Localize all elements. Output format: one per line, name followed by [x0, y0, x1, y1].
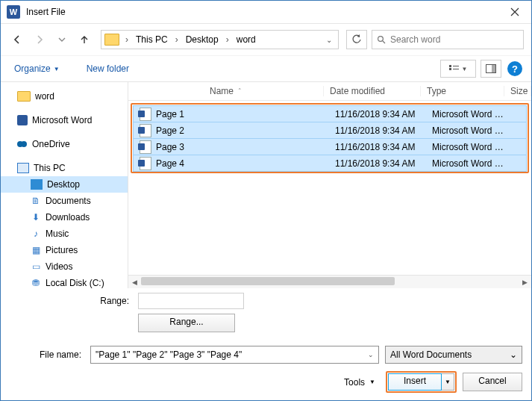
file-row[interactable]: Page 3 11/16/2018 9:34 AM Microsoft Word… — [133, 138, 527, 155]
back-button[interactable] — [8, 31, 26, 49]
file-list-pane: Name˄ Date modified Type Size Page 1 11/… — [128, 82, 531, 288]
file-row[interactable]: Page 1 11/16/2018 9:34 AM Microsoft Word… — [133, 105, 527, 122]
insert-file-dialog: W Insert File › This PC › Desktop › word… — [0, 0, 532, 401]
pc-icon — [17, 163, 29, 173]
chevron-right-icon: › — [172, 34, 181, 45]
svg-rect-3 — [453, 66, 459, 66]
chevron-down-icon: ⌄ — [510, 349, 517, 360]
svg-rect-6 — [492, 65, 495, 72]
svg-rect-1 — [449, 65, 451, 67]
col-type[interactable]: Type — [421, 86, 504, 96]
horizontal-scrollbar[interactable]: ◀ ▶ — [128, 275, 531, 288]
cancel-button[interactable]: Cancel — [463, 373, 522, 391]
sort-asc-icon: ˄ — [238, 87, 242, 95]
chevron-down-icon: ▼ — [369, 379, 375, 385]
address-bar[interactable]: › This PC › Desktop › word ⌄ — [101, 30, 339, 49]
tree-onedrive[interactable]: OneDrive — [1, 136, 128, 152]
search-box[interactable]: Search word — [372, 30, 524, 49]
new-folder-button[interactable]: New folder — [82, 60, 134, 77]
onedrive-icon — [17, 139, 28, 149]
search-placeholder: Search word — [390, 34, 440, 45]
filename-input[interactable]: "Page 1" "Page 2" "Page 3" "Page 4" ⌄ — [90, 346, 379, 364]
forward-button[interactable] — [31, 31, 48, 49]
file-row[interactable]: Page 4 11/16/2018 9:34 AM Microsoft Word… — [133, 155, 527, 172]
word-doc-icon — [140, 157, 151, 170]
desktop-icon — [31, 179, 43, 190]
help-button[interactable]: ? — [507, 61, 522, 76]
scroll-right-button[interactable]: ▶ — [519, 276, 531, 288]
crumb-desktop[interactable]: Desktop — [183, 33, 222, 46]
refresh-button[interactable] — [346, 30, 367, 49]
nav-row: › This PC › Desktop › word ⌄ Search word — [1, 24, 531, 55]
view-buttons: ▼ — [440, 60, 501, 78]
tree-thispc[interactable]: This PC — [1, 160, 128, 176]
folder-icon — [104, 34, 119, 46]
tree-videos[interactable]: ▭Videos — [1, 258, 128, 275]
range-input[interactable] — [138, 293, 244, 309]
file-rows: Page 1 11/16/2018 9:34 AM Microsoft Word… — [128, 101, 531, 275]
tree-word[interactable]: word — [1, 88, 128, 105]
word-app-icon: W — [7, 5, 20, 19]
crumb-word[interactable]: word — [234, 33, 259, 46]
tree-pictures[interactable]: ▦Pictures — [1, 242, 128, 258]
highlight-box: Page 1 11/16/2018 9:34 AM Microsoft Word… — [131, 103, 529, 173]
titlebar: W Insert File — [1, 1, 531, 24]
tree-localdisk[interactable]: ⛃Local Disk (C:) — [1, 275, 128, 288]
insert-button[interactable]: Insert — [388, 373, 442, 391]
insert-highlight: Insert ▼ — [386, 371, 457, 393]
range-label: Range: — [10, 296, 132, 306]
music-icon: ♪ — [31, 229, 41, 239]
nav-tree[interactable]: word Microsoft Word OneDrive This PC Des… — [1, 82, 128, 288]
window-title: Insert File — [26, 7, 498, 17]
toolbar: Organize▼ New folder ▼ ? — [1, 55, 531, 82]
dialog-actions: Tools▼ Insert ▼ Cancel — [10, 371, 522, 393]
range-button[interactable]: Range... — [138, 314, 235, 332]
videos-icon: ▭ — [31, 261, 41, 272]
chevron-right-icon: › — [223, 34, 232, 45]
col-size[interactable]: Size — [504, 86, 531, 96]
col-date[interactable]: Date modified — [324, 86, 421, 96]
tree-music[interactable]: ♪Music — [1, 226, 128, 242]
svg-rect-4 — [453, 69, 459, 69]
tree-downloads[interactable]: ⬇Downloads — [1, 209, 128, 226]
search-icon — [377, 35, 386, 44]
chevron-down-icon[interactable]: ⌄ — [368, 351, 374, 358]
preview-pane-button[interactable] — [481, 60, 501, 78]
up-button[interactable] — [75, 31, 93, 49]
word-doc-icon — [140, 108, 151, 121]
svg-rect-2 — [449, 68, 451, 70]
tree-msword[interactable]: Microsoft Word — [1, 112, 128, 128]
word-doc-icon — [140, 140, 151, 154]
tools-button[interactable]: Tools▼ — [339, 376, 380, 389]
documents-icon: 🗎 — [31, 196, 41, 206]
col-name[interactable]: Name˄ — [128, 86, 324, 96]
close-button[interactable] — [498, 1, 531, 23]
word-doc-icon — [140, 124, 151, 137]
downloads-icon: ⬇ — [31, 212, 41, 223]
scroll-left-button[interactable]: ◀ — [128, 276, 141, 288]
organize-button[interactable]: Organize▼ — [10, 60, 64, 77]
crumb-thispc[interactable]: This PC — [133, 33, 171, 46]
bottom-panel: Range: Range... File name: "Page 1" "Pag… — [1, 288, 531, 400]
disk-icon: ⛃ — [31, 278, 41, 288]
word-icon — [17, 115, 28, 125]
recent-locations-button[interactable] — [53, 31, 71, 49]
chevron-right-icon: › — [122, 34, 131, 45]
tree-desktop[interactable]: Desktop — [1, 176, 128, 193]
file-type-filter[interactable]: All Word Documents ⌄ — [385, 346, 522, 364]
address-dropdown[interactable]: ⌄ — [323, 36, 335, 44]
insert-dropdown[interactable]: ▼ — [442, 373, 454, 391]
tree-documents[interactable]: 🗎Documents — [1, 193, 128, 209]
file-row[interactable]: Page 2 11/16/2018 9:34 AM Microsoft Word… — [133, 122, 527, 139]
view-mode-button[interactable]: ▼ — [440, 60, 476, 78]
pictures-icon: ▦ — [31, 245, 41, 255]
body: word Microsoft Word OneDrive This PC Des… — [1, 82, 531, 288]
scroll-thumb[interactable] — [141, 277, 395, 285]
column-headers[interactable]: Name˄ Date modified Type Size — [128, 82, 531, 101]
folder-icon — [17, 91, 31, 102]
filename-label: File name: — [10, 349, 84, 360]
chevron-down-icon: ▼ — [54, 66, 60, 72]
svg-point-0 — [378, 37, 384, 42]
